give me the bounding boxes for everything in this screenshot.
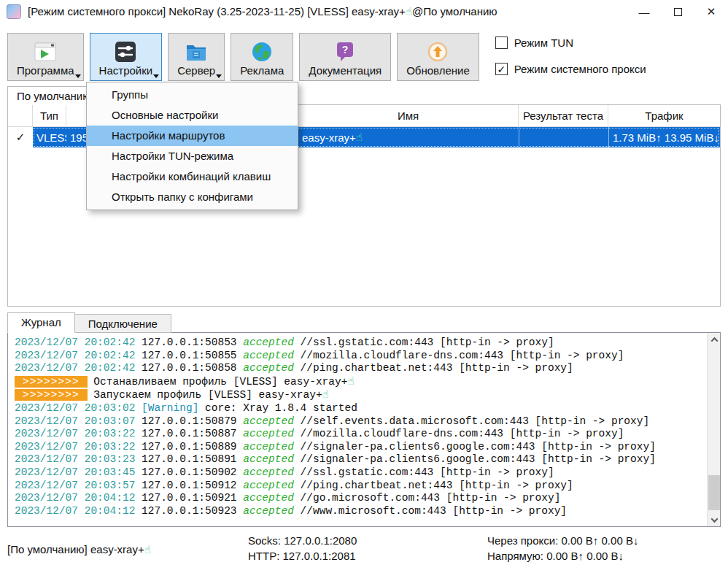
traffic-totals: Через прокси: 0.00 B↑ 0.00 B↓ Напрямую: … bbox=[487, 533, 638, 564]
server-button[interactable]: Сервер bbox=[168, 33, 225, 81]
mode-checkboxes: Режим TUN Режим системного прокси bbox=[489, 33, 646, 81]
menu-item[interactable]: Настройки TUN-режима bbox=[87, 146, 298, 166]
row-type: VLESS bbox=[33, 127, 66, 147]
dropdown-arrow-icon bbox=[216, 74, 222, 78]
via-proxy-label: Через прокси: 0.00 B↑ 0.00 B↓ bbox=[487, 533, 638, 548]
checkbox-icon bbox=[495, 36, 508, 49]
log-line: 2023/12/07 20:04:12 127.0.0.1:50921 acce… bbox=[15, 492, 702, 505]
log-line: 2023/12/07 20:02:42 127.0.0.1:50858 acce… bbox=[15, 362, 702, 375]
app-icon bbox=[7, 4, 21, 19]
update-button[interactable]: Обновление bbox=[397, 33, 479, 81]
program-icon bbox=[34, 39, 57, 64]
system-proxy-checkbox[interactable]: Режим системного прокси bbox=[495, 63, 646, 75]
header-test-result[interactable]: Результат теста bbox=[519, 105, 608, 126]
socks-port-label: Socks: 127.0.0.1:2080 bbox=[248, 533, 357, 548]
tun-mode-checkbox[interactable]: Режим TUN bbox=[495, 36, 646, 49]
hand-cursor-icon bbox=[356, 131, 363, 144]
ads-button[interactable]: Реклама bbox=[231, 33, 293, 81]
scroll-up-icon[interactable] bbox=[708, 333, 721, 346]
menu-item[interactable]: Основные настройки bbox=[87, 105, 298, 126]
menu-item[interactable]: Группы bbox=[87, 85, 298, 105]
proxy-ports: Socks: 127.0.0.1:2080 HTTP: 127.0.0.1:20… bbox=[248, 533, 357, 564]
header-type[interactable]: Тип bbox=[33, 105, 66, 126]
settings-icon bbox=[114, 39, 137, 64]
http-port-label: HTTP: 127.0.0.1:2081 bbox=[248, 548, 357, 564]
dropdown-arrow-icon bbox=[153, 74, 159, 78]
header-traffic[interactable]: Трафик bbox=[608, 105, 720, 126]
update-arrow-icon bbox=[426, 39, 449, 64]
window-title: [Режим системного прокси] NekoRay (3.25-… bbox=[28, 5, 497, 18]
row-test-result bbox=[519, 127, 608, 147]
direct-label: Напрямую: 0.00 B↑ 0.00 B↓ bbox=[487, 548, 638, 564]
settings-menu: ГруппыОсновные настройкиНастройки маршру… bbox=[86, 82, 298, 210]
log-scrollbar[interactable] bbox=[707, 333, 720, 526]
log-line: 2023/12/07 20:03:57 127.0.0.1:50912 acce… bbox=[15, 480, 702, 493]
maximize-button[interactable] bbox=[661, 0, 694, 23]
menu-item[interactable]: Настройки маршрутов bbox=[87, 126, 298, 146]
log-line: 2023/12/07 20:03:07 127.0.0.1:50879 acce… bbox=[15, 415, 702, 428]
log-line: 2023/12/07 20:02:42 127.0.0.1:50853 acce… bbox=[15, 337, 702, 350]
log-lines: 2023/12/07 20:02:42 127.0.0.1:50853 acce… bbox=[15, 337, 702, 518]
menu-item[interactable]: Настройки комбинаций клавиш bbox=[87, 166, 298, 187]
close-button[interactable]: ✕ bbox=[694, 0, 728, 23]
title-bar: [Режим системного прокси] NekoRay (3.25-… bbox=[0, 0, 728, 23]
status-bar: [По умолчанию] easy-xray+ Socks: 127.0.0… bbox=[0, 527, 728, 573]
toolbar: Программа Настройки Сервер bbox=[7, 33, 721, 81]
row-traffic: 1.73 MiB↑ 13.95 MiB↓ bbox=[608, 127, 720, 147]
hand-cursor-icon bbox=[347, 374, 354, 388]
log-line: 2023/12/07 20:03:23 127.0.0.1:50891 acce… bbox=[15, 453, 702, 466]
log-line: 2023/12/07 20:02:42 127.0.0.1:50855 acce… bbox=[15, 350, 702, 363]
header-check[interactable] bbox=[8, 105, 33, 126]
log-line: 2023/12/07 20:03:02 [Warning] core: Xray… bbox=[15, 402, 702, 415]
scroll-down-icon[interactable] bbox=[708, 513, 721, 526]
log-line: 2023/12/07 20:03:45 127.0.0.1:50902 acce… bbox=[15, 466, 702, 480]
log-view: 2023/12/07 20:02:42 127.0.0.1:50853 acce… bbox=[7, 332, 721, 527]
log-line: >>>>>>>> Запускаем профиль [VLESS] easy-… bbox=[15, 388, 702, 402]
log-line: >>>>>>>> Останавливаем профиль [VLESS] e… bbox=[15, 375, 702, 389]
log-line: 2023/12/07 20:03:22 127.0.0.1:50889 acce… bbox=[15, 441, 702, 454]
dropdown-arrow-icon bbox=[75, 74, 81, 78]
log-tabs: Журнал Подключение bbox=[7, 312, 171, 333]
svg-text:?: ? bbox=[342, 44, 349, 55]
hand-cursor-icon bbox=[406, 5, 412, 18]
globe-icon bbox=[250, 39, 274, 64]
log-line: 2023/12/07 20:03:22 127.0.0.1:50887 acce… bbox=[15, 428, 702, 441]
row-active-checkmark: ✓ bbox=[8, 127, 33, 147]
documentation-button[interactable]: ? Документация bbox=[299, 33, 391, 81]
log-line: 2023/12/07 20:04:12 127.0.0.1:50923 acce… bbox=[15, 505, 702, 518]
settings-button[interactable]: Настройки bbox=[90, 33, 163, 81]
tab-log[interactable]: Журнал bbox=[7, 312, 75, 333]
hand-cursor-icon bbox=[144, 543, 151, 556]
checkbox-icon bbox=[495, 63, 508, 75]
row-name: easy-xray+ bbox=[298, 127, 519, 147]
program-button[interactable]: Программа bbox=[7, 33, 84, 81]
active-profile-label: [По умолчанию] easy-xray+ bbox=[7, 543, 151, 556]
server-folder-icon bbox=[185, 39, 208, 64]
hand-cursor-icon bbox=[322, 388, 329, 401]
help-bubble-icon: ? bbox=[333, 39, 357, 64]
minimize-button[interactable]: — bbox=[627, 0, 661, 23]
menu-item[interactable]: Открыть папку с конфигами bbox=[87, 187, 298, 207]
scrollbar-thumb[interactable] bbox=[708, 475, 720, 510]
header-name[interactable]: Имя bbox=[298, 105, 519, 126]
tab-connections[interactable]: Подключение bbox=[75, 314, 171, 333]
